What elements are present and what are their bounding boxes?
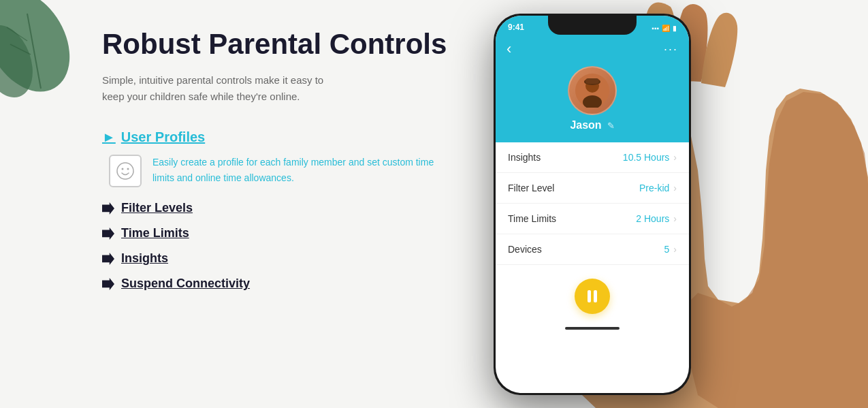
filter-level-row-right: Pre-kid › xyxy=(639,183,677,193)
battery-icon: ▮ xyxy=(673,25,677,32)
left-content-area: Robust Parental Controls Simple, intuiti… xyxy=(102,27,456,302)
filter-levels-label: Filter Levels xyxy=(121,201,193,215)
pause-button[interactable] xyxy=(575,279,610,314)
subtitle: Simple, intuitive parental controls make… xyxy=(102,72,456,105)
svg-rect-12 xyxy=(585,78,599,84)
edit-icon[interactable]: ✎ xyxy=(607,121,615,131)
devices-row-value: 5 xyxy=(664,244,670,255)
svg-point-6 xyxy=(122,168,124,170)
avatar xyxy=(568,66,617,115)
arrow-icon xyxy=(102,253,114,265)
filter-level-row-label: Filter Level xyxy=(508,183,554,193)
chevron-down-icon: ► xyxy=(102,129,116,145)
devices-row-right: 5 › xyxy=(664,244,677,255)
suspend-connectivity-label: Suspend Connectivity xyxy=(121,277,250,291)
arrow-icon xyxy=(102,278,114,290)
insights-row-value: 10.5 Hours xyxy=(623,152,669,163)
user-profiles-header[interactable]: ► User Profiles xyxy=(102,129,456,145)
pause-icon xyxy=(588,290,597,302)
feature-insights[interactable]: Insights xyxy=(102,251,456,266)
arrow-icon xyxy=(102,202,114,215)
arrow-icon xyxy=(102,227,114,240)
list-item-time-limits[interactable]: Time Limits 2 Hours › xyxy=(496,204,689,234)
phone-mockup-area: 9:41 ▪▪▪ 📶 ▮ ‹ ··· xyxy=(460,0,868,408)
feature-suspend-connectivity[interactable]: Suspend Connectivity xyxy=(102,277,456,291)
app-list: Insights 10.5 Hours › Filter Level Pre-k… xyxy=(496,142,689,336)
home-indicator xyxy=(496,321,689,336)
pause-bar-left xyxy=(588,290,591,302)
time-limits-row-label: Time Limits xyxy=(508,213,556,224)
phone-notch xyxy=(548,16,637,35)
list-item-devices[interactable]: Devices 5 › xyxy=(496,234,689,265)
leaf-icon xyxy=(0,0,95,109)
user-profiles-label: User Profiles xyxy=(121,129,205,145)
back-button[interactable]: ‹ xyxy=(507,40,511,58)
devices-row-label: Devices xyxy=(508,244,542,255)
list-item-filter-level[interactable]: Filter Level Pre-kid › xyxy=(496,173,689,204)
more-options-button[interactable]: ··· xyxy=(664,42,678,57)
time-limits-label: Time Limits xyxy=(121,226,189,240)
home-bar xyxy=(565,327,620,330)
svg-point-7 xyxy=(127,168,129,170)
app-header: ‹ ··· xyxy=(496,35,689,66)
status-time: 9:41 xyxy=(508,22,524,32)
profile-name: Jason xyxy=(570,119,601,131)
feature-filter-levels[interactable]: Filter Levels xyxy=(102,201,456,215)
insights-row-label: Insights xyxy=(508,152,541,163)
user-profiles-description: Easily create a profile for each family … xyxy=(152,155,456,185)
chevron-right-icon: › xyxy=(673,152,677,163)
chevron-right-icon: › xyxy=(673,244,677,255)
signal-icon: ▪▪▪ xyxy=(652,25,659,32)
filter-level-row-value: Pre-kid xyxy=(639,183,669,193)
smiley-icon-box xyxy=(109,155,142,187)
insights-label: Insights xyxy=(121,251,168,266)
phone-screen: 9:41 ▪▪▪ 📶 ▮ ‹ ··· xyxy=(496,16,689,393)
status-icons: ▪▪▪ 📶 ▮ xyxy=(652,25,677,32)
profile-name-row: Jason ✎ xyxy=(570,119,614,131)
chevron-right-icon: › xyxy=(673,213,677,224)
time-limits-row-right: 2 Hours › xyxy=(636,213,677,224)
chevron-right-icon: › xyxy=(673,183,677,193)
pause-button-container xyxy=(496,265,689,321)
avatar-image xyxy=(575,74,609,108)
phone-device: 9:41 ▪▪▪ 📶 ▮ ‹ ··· xyxy=(494,14,691,395)
profile-section: Jason ✎ xyxy=(496,66,689,142)
wifi-icon: 📶 xyxy=(662,25,670,32)
svg-point-5 xyxy=(117,163,133,179)
insights-row-right: 10.5 Hours › xyxy=(623,152,677,163)
page-title: Robust Parental Controls xyxy=(102,27,456,61)
leaf-decoration xyxy=(0,0,95,109)
list-item-insights[interactable]: Insights 10.5 Hours › xyxy=(496,142,689,173)
feature-user-profiles: ► User Profiles Easily create a profile … xyxy=(102,129,456,187)
pause-bar-right xyxy=(594,290,597,302)
feature-time-limits[interactable]: Time Limits xyxy=(102,226,456,240)
user-profiles-description-box: Easily create a profile for each family … xyxy=(102,155,456,187)
smiley-icon xyxy=(116,161,135,181)
time-limits-row-value: 2 Hours xyxy=(636,213,669,224)
